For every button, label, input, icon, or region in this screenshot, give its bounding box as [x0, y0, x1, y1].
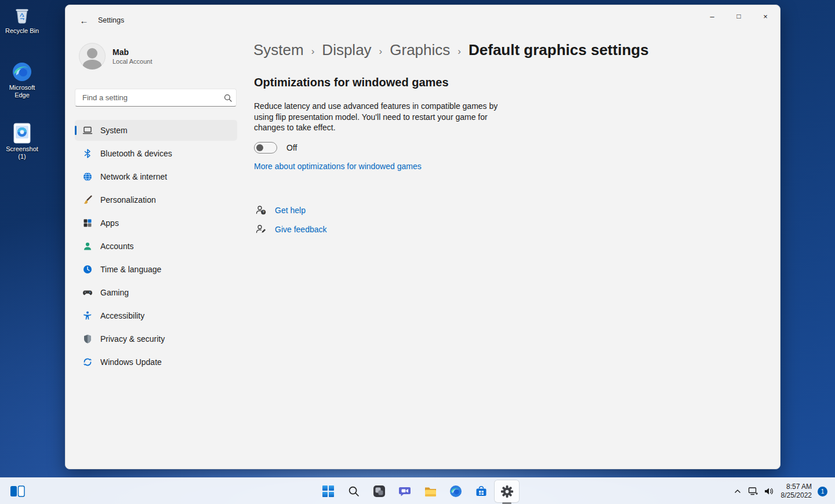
desktop-icon-recycle-bin[interactable]: Recycle Bin: [1, 5, 43, 35]
section-description: Reduce latency and use advanced features…: [254, 101, 507, 133]
avatar: [79, 43, 106, 70]
more-about-link[interactable]: More about optimizations for windowed ga…: [254, 162, 422, 171]
notification-badge[interactable]: 1: [818, 487, 827, 496]
file-explorer-button[interactable]: [418, 480, 443, 503]
sidebar-item-label: Accessibility: [100, 311, 144, 320]
clock[interactable]: 8:57 AM 8/25/2022: [781, 483, 812, 500]
chevron-right-icon: ›: [372, 46, 390, 57]
back-button[interactable]: ←: [75, 12, 93, 28]
sidebar-item-windows-update[interactable]: Windows Update: [75, 352, 237, 372]
accessibility-person-icon: [82, 311, 93, 321]
user-name: Mab: [112, 48, 153, 57]
breadcrumb-graphics[interactable]: Graphics: [390, 41, 450, 59]
get-help-icon: ?: [255, 204, 266, 216]
desktop-icon-label: Recycle Bin: [5, 27, 39, 35]
sidebar-item-gaming[interactable]: Gaming: [75, 282, 237, 303]
edge-icon: [449, 485, 462, 498]
sidebar-item-label: Bluetooth & devices: [100, 149, 172, 158]
user-account-type: Local Account: [112, 58, 153, 65]
windows-logo-icon: [322, 485, 334, 497]
breadcrumb-system[interactable]: System: [253, 41, 304, 59]
game-controller-icon: [82, 287, 93, 298]
chevron-right-icon: ›: [304, 46, 322, 57]
gear-icon: [500, 485, 514, 498]
give-feedback-row: Give feedback: [255, 224, 327, 235]
file-explorer-icon: [424, 485, 437, 498]
breadcrumb-current-page: Default graphics settings: [469, 41, 649, 59]
tray-date: 8/25/2022: [781, 491, 812, 500]
task-view-button[interactable]: [366, 480, 392, 503]
recycle-bin-icon: [12, 5, 32, 25]
update-arrows-icon: [82, 357, 93, 367]
bluetooth-icon: [82, 148, 93, 159]
sidebar-item-label: Windows Update: [100, 357, 162, 367]
sidebar-item-accessibility[interactable]: Accessibility: [75, 305, 237, 326]
sidebar-item-time-language[interactable]: Time & language: [75, 259, 237, 280]
shield-icon: [82, 334, 93, 344]
search-box: [75, 89, 237, 107]
sidebar-item-label: System: [100, 126, 128, 135]
svg-text:?: ?: [263, 210, 264, 214]
desktop-icon-screenshot[interactable]: Screenshot (1): [1, 123, 43, 160]
taskbar-center-icons: [315, 478, 520, 504]
sidebar-nav: System Bluetooth & devices: [75, 120, 237, 375]
settings-window: ← Settings – □ × Mab Local Account: [65, 5, 780, 469]
edge-icon: [12, 61, 32, 82]
sidebar-item-label: Apps: [100, 218, 119, 228]
sidebar-item-label: Privacy & security: [100, 334, 165, 344]
person-icon: [82, 241, 93, 251]
desktop-icon-label: Screenshot (1): [2, 145, 42, 160]
chevron-right-icon: ›: [450, 46, 469, 57]
network-icon: [748, 487, 758, 496]
sidebar-item-label: Gaming: [100, 288, 129, 297]
breadcrumb: System › Display › Graphics › Default gr…: [253, 41, 649, 59]
widgets-icon: [10, 485, 25, 498]
section-heading: Optimizations for windowed games: [254, 76, 449, 89]
search-icon[interactable]: [220, 94, 236, 102]
tray-time: 8:57 AM: [781, 483, 812, 491]
start-button[interactable]: [315, 480, 341, 503]
breadcrumb-display[interactable]: Display: [322, 41, 371, 59]
settings-button[interactable]: [494, 480, 520, 503]
toggle-knob: [256, 144, 263, 151]
search-button[interactable]: [341, 480, 366, 503]
sidebar-item-system[interactable]: System: [75, 120, 237, 141]
window-title: Settings: [98, 16, 124, 24]
tray-overflow-button[interactable]: [730, 480, 745, 503]
store-button[interactable]: [469, 480, 494, 503]
sidebar-item-bluetooth-devices[interactable]: Bluetooth & devices: [75, 143, 237, 164]
sidebar-item-network-internet[interactable]: Network & internet: [75, 166, 237, 187]
get-help-link[interactable]: Get help: [275, 206, 306, 215]
edge-button[interactable]: [443, 480, 469, 503]
desktop-icon-microsoft-edge[interactable]: Microsoft Edge: [1, 61, 43, 99]
sidebar-item-apps[interactable]: Apps: [75, 213, 237, 233]
volume-button[interactable]: [761, 480, 776, 503]
apps-grid-icon: [82, 218, 93, 228]
widgets-button[interactable]: [6, 480, 29, 503]
get-help-row: ? Get help: [255, 204, 306, 216]
sidebar-item-personalization[interactable]: Personalization: [75, 189, 237, 210]
chat-button[interactable]: [392, 480, 418, 503]
user-card[interactable]: Mab Local Account: [79, 43, 153, 70]
system-tray: 8:57 AM 8/25/2022 1: [730, 478, 827, 504]
sidebar-item-label: Time & language: [100, 265, 161, 274]
speaker-icon: [764, 487, 774, 496]
search-input[interactable]: [75, 93, 220, 102]
chevron-up-icon: [734, 487, 742, 495]
sidebar-item-label: Personalization: [100, 195, 156, 204]
chat-icon: [398, 485, 411, 498]
sidebar-item-accounts[interactable]: Accounts: [75, 236, 237, 257]
sidebar-item-privacy-security[interactable]: Privacy & security: [75, 328, 237, 349]
toggle-state-label: Off: [286, 143, 297, 152]
sidebar-item-label: Accounts: [100, 242, 134, 251]
search-icon: [348, 485, 360, 497]
give-feedback-link[interactable]: Give feedback: [275, 225, 327, 234]
globe-icon: [82, 171, 93, 182]
image-file-icon: [12, 123, 32, 144]
system-icon: [82, 125, 93, 136]
optimizations-toggle[interactable]: [254, 142, 277, 154]
store-icon: [475, 485, 488, 498]
network-button[interactable]: [745, 480, 761, 503]
desktop-wallpaper: Recycle Bin Microsoft Edge Screenshot (1…: [0, 0, 835, 504]
give-feedback-icon: [255, 224, 266, 235]
